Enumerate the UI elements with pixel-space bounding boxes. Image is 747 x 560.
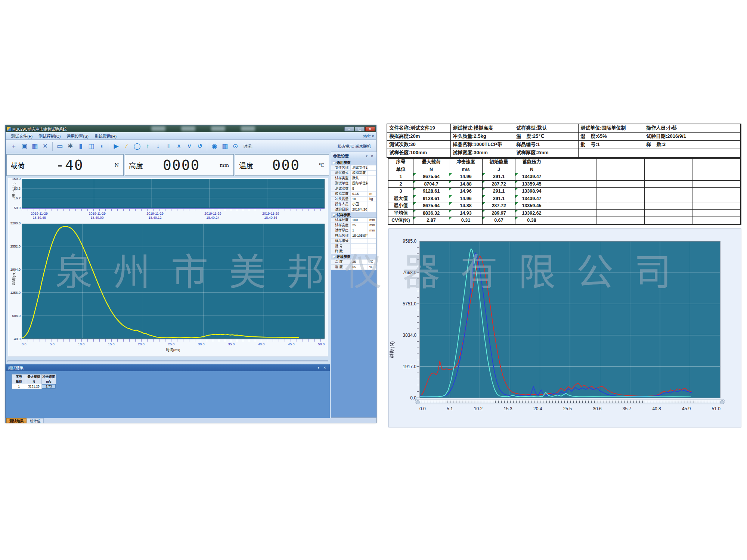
tick-label: 25.0 bbox=[168, 342, 175, 346]
results-panel-pin-close-icons[interactable]: ▾ ✕ bbox=[317, 364, 328, 371]
toolbar-separator bbox=[52, 142, 53, 151]
close-button[interactable]: ✕ bbox=[365, 127, 375, 131]
param-value[interactable]: 5 bbox=[351, 186, 368, 191]
lock-icon[interactable]: ◉ bbox=[210, 141, 219, 151]
menu-general-settings[interactable]: 通用设置(S) bbox=[63, 133, 92, 139]
table-cell bbox=[645, 181, 693, 188]
param-value[interactable]: 1 bbox=[351, 228, 368, 233]
open-file-icon[interactable]: ▣ bbox=[20, 141, 29, 151]
table-header-cell: 序号 bbox=[388, 159, 413, 166]
save-icon[interactable]: ▦ bbox=[30, 141, 39, 151]
settings-gear-icon[interactable]: ✱ bbox=[66, 141, 75, 151]
maximize-button[interactable]: ▢ bbox=[355, 127, 365, 131]
cell-corner-flag bbox=[515, 210, 518, 212]
param-unit bbox=[368, 233, 376, 238]
param-value[interactable]: 模拟高度 bbox=[351, 171, 368, 175]
tick-label: 20.0 bbox=[138, 342, 145, 346]
param-label: 湿 度 bbox=[331, 265, 351, 270]
param-value[interactable]: 15-105钢丝带 bbox=[351, 233, 368, 238]
close-file-icon[interactable]: ✕ bbox=[41, 141, 50, 151]
date-tick-label: 2019-11-2918:40:24 bbox=[204, 212, 221, 220]
reset-icon[interactable]: ↺ bbox=[195, 141, 204, 151]
tick-label: 35.0 bbox=[228, 342, 235, 346]
table-cell bbox=[692, 166, 741, 174]
results-panel-header: 测试结果 ▾ ✕ bbox=[6, 364, 330, 371]
height-label: 高度 bbox=[125, 160, 143, 170]
param-value[interactable] bbox=[351, 244, 368, 249]
start-icon[interactable]: ▶ bbox=[112, 141, 121, 151]
param-value[interactable]: 100 bbox=[351, 218, 368, 223]
table-cell: J bbox=[483, 166, 515, 174]
param-label: 测试单位 bbox=[331, 181, 351, 186]
tab-statistics[interactable]: 统计值 bbox=[27, 418, 44, 423]
calibration-icon[interactable]: ◫ bbox=[87, 141, 96, 151]
tick-label: 1917.0 bbox=[403, 364, 416, 369]
table-header-cell: 初始能量 bbox=[483, 159, 515, 166]
param-row: 测试次数5 bbox=[331, 186, 376, 192]
collapse-icon[interactable]: - bbox=[333, 256, 335, 258]
param-value[interactable]: 0.15 bbox=[351, 192, 368, 196]
param-value[interactable]: 测试文件1 bbox=[351, 165, 368, 170]
clean-icon[interactable]: ∕ bbox=[122, 141, 131, 151]
param-value[interactable]: 10 bbox=[351, 197, 368, 202]
param-value[interactable]: 默认 bbox=[351, 176, 368, 181]
table-cell bbox=[596, 217, 645, 224]
report-chart-plot bbox=[419, 241, 720, 398]
power-icon[interactable]: ⊙ bbox=[231, 141, 240, 151]
tab-test-results[interactable]: 测试结果 bbox=[6, 418, 27, 423]
table-cell bbox=[692, 181, 741, 188]
tick-label: 9585.0 bbox=[403, 239, 416, 244]
table-cell: CV值(%) bbox=[388, 217, 413, 224]
menu-system-help[interactable]: 系统帮助(H) bbox=[92, 133, 120, 139]
table-cell: 0.67 bbox=[483, 217, 515, 224]
table-cell bbox=[645, 217, 693, 224]
horizontal-splitter[interactable] bbox=[6, 357, 330, 364]
param-value[interactable]: 65 bbox=[351, 265, 368, 270]
report-info-grid: 文件名称:测试文件19测试模式:模拟高度试样类型:默认测试单位:国际单位制操作人… bbox=[387, 124, 741, 158]
param-value[interactable] bbox=[351, 249, 368, 254]
cell-corner-flag bbox=[449, 181, 452, 183]
result-cell[interactable]: 1.73 bbox=[42, 384, 56, 389]
param-section-header[interactable]: -通用参数 bbox=[331, 160, 376, 165]
jog-down-icon[interactable]: ∨ bbox=[185, 141, 194, 151]
param-label: 冲头质量 bbox=[331, 197, 351, 202]
lower-icon[interactable]: ↓ bbox=[154, 141, 162, 151]
table-header-cell: 冲击速度 bbox=[449, 159, 483, 166]
collapse-icon[interactable]: - bbox=[333, 162, 335, 164]
param-section-header[interactable]: -试样参数 bbox=[331, 212, 376, 218]
series-test-1-red bbox=[420, 256, 692, 396]
report-data-table: 序号最大载荷冲击速度初始能量蓄能压力单位Nm/sJN18675.6414.962… bbox=[388, 158, 741, 225]
cell-corner-flag bbox=[483, 173, 485, 176]
param-value[interactable]: 国际单位制 bbox=[351, 181, 368, 186]
param-label: 测试模式 bbox=[331, 171, 351, 175]
menu-test-file[interactable]: 测试文件(F) bbox=[8, 133, 35, 139]
raise-icon[interactable]: ↑ bbox=[143, 141, 152, 151]
listen-icon[interactable]: ◖ bbox=[97, 141, 106, 151]
param-value[interactable]: 25 bbox=[351, 223, 368, 228]
param-section-header[interactable]: -环境参数 bbox=[331, 254, 376, 259]
param-value[interactable]: 小田 bbox=[351, 202, 368, 207]
report-chart-xaxis-ruler[interactable] bbox=[415, 399, 725, 404]
jog-up-icon[interactable]: ∧ bbox=[174, 141, 183, 151]
series-载荷 bbox=[22, 227, 299, 338]
monitor-check-icon[interactable]: ▭ bbox=[55, 141, 64, 151]
style-dropdown[interactable]: style ▾ bbox=[363, 134, 374, 138]
battery-icon[interactable]: ▮ bbox=[76, 141, 85, 151]
params-panel-pin-close-icons[interactable]: ▾ ✕ bbox=[366, 152, 375, 160]
param-value[interactable] bbox=[351, 239, 368, 243]
menu-test-control[interactable]: 测试控制(C) bbox=[35, 133, 63, 139]
pause-icon[interactable]: ‖ bbox=[164, 141, 173, 151]
tick-label: 30.0 bbox=[198, 342, 205, 346]
new-file-icon[interactable]: + bbox=[9, 141, 18, 151]
stop-icon[interactable]: ◯ bbox=[133, 141, 142, 151]
result-cell: 3131.25 bbox=[26, 384, 42, 389]
collapse-icon[interactable]: - bbox=[333, 214, 335, 217]
param-value[interactable]: 2016/4/20 bbox=[351, 207, 368, 212]
table-header-cell bbox=[548, 159, 596, 166]
param-value[interactable]: 25 bbox=[351, 259, 368, 264]
result-cell: 1 bbox=[12, 384, 26, 389]
minimize-button[interactable]: – bbox=[344, 127, 354, 131]
param-label: 试样厚度 bbox=[331, 228, 351, 233]
table-cell: 14.96 bbox=[449, 195, 483, 203]
report-icon[interactable]: ▥ bbox=[220, 141, 229, 151]
